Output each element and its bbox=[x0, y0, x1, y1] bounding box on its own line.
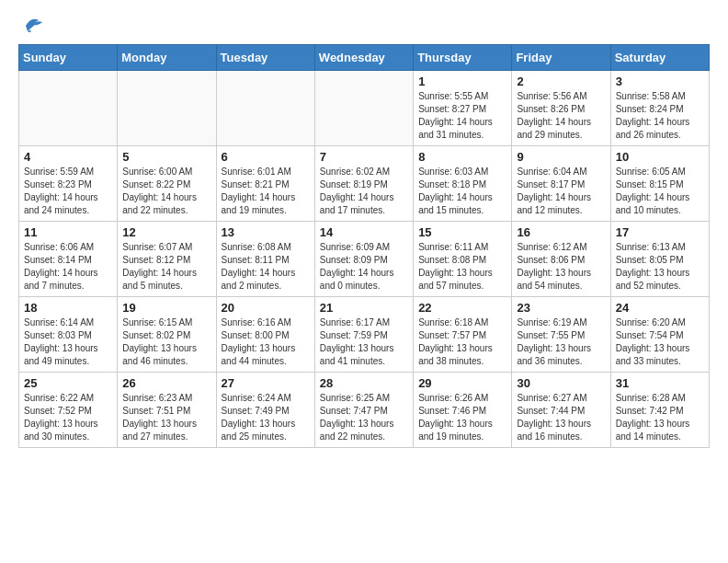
calendar-cell: 20Sunrise: 6:16 AMSunset: 8:00 PMDayligh… bbox=[216, 297, 314, 373]
weekday-header-monday: Monday bbox=[118, 45, 216, 71]
day-info: Sunrise: 6:07 AMSunset: 8:12 PMDaylight:… bbox=[122, 241, 210, 293]
day-info: Sunrise: 6:06 AMSunset: 8:14 PMDaylight:… bbox=[24, 241, 112, 293]
calendar-cell: 13Sunrise: 6:08 AMSunset: 8:11 PMDayligh… bbox=[216, 222, 314, 297]
day-number: 12 bbox=[122, 225, 210, 239]
day-number: 18 bbox=[24, 301, 112, 315]
day-number: 4 bbox=[24, 150, 112, 164]
calendar-cell: 23Sunrise: 6:19 AMSunset: 7:55 PMDayligh… bbox=[512, 297, 610, 373]
day-number: 10 bbox=[616, 150, 704, 164]
calendar-cell: 16Sunrise: 6:12 AMSunset: 8:06 PMDayligh… bbox=[512, 222, 610, 297]
calendar-cell bbox=[118, 71, 216, 146]
day-info: Sunrise: 6:28 AMSunset: 7:42 PMDaylight:… bbox=[616, 392, 704, 443]
calendar-cell: 18Sunrise: 6:14 AMSunset: 8:03 PMDayligh… bbox=[19, 297, 118, 373]
day-number: 11 bbox=[24, 225, 112, 239]
calendar-cell: 17Sunrise: 6:13 AMSunset: 8:05 PMDayligh… bbox=[610, 222, 709, 297]
calendar-cell: 11Sunrise: 6:06 AMSunset: 8:14 PMDayligh… bbox=[19, 222, 118, 297]
day-info: Sunrise: 5:59 AMSunset: 8:23 PMDaylight:… bbox=[24, 166, 112, 217]
calendar-cell: 3Sunrise: 5:58 AMSunset: 8:24 PMDaylight… bbox=[610, 71, 709, 146]
day-number: 27 bbox=[222, 376, 310, 390]
calendar-cell: 21Sunrise: 6:17 AMSunset: 7:59 PMDayligh… bbox=[314, 297, 413, 373]
calendar-cell bbox=[314, 71, 413, 146]
day-info: Sunrise: 6:23 AMSunset: 7:51 PMDaylight:… bbox=[122, 392, 210, 443]
day-number: 26 bbox=[122, 376, 210, 390]
day-info: Sunrise: 6:12 AMSunset: 8:06 PMDaylight:… bbox=[517, 241, 605, 293]
day-number: 16 bbox=[517, 225, 605, 239]
day-info: Sunrise: 6:19 AMSunset: 7:55 PMDaylight:… bbox=[517, 316, 605, 368]
day-info: Sunrise: 6:22 AMSunset: 7:52 PMDaylight:… bbox=[24, 392, 112, 443]
calendar-week-row: 11Sunrise: 6:06 AMSunset: 8:14 PMDayligh… bbox=[19, 222, 710, 297]
day-info: Sunrise: 5:55 AMSunset: 8:27 PMDaylight:… bbox=[418, 90, 506, 142]
day-number: 6 bbox=[222, 150, 310, 164]
day-info: Sunrise: 5:56 AMSunset: 8:26 PMDaylight:… bbox=[517, 90, 605, 142]
calendar-cell: 7Sunrise: 6:02 AMSunset: 8:19 PMDaylight… bbox=[314, 146, 413, 222]
day-info: Sunrise: 6:14 AMSunset: 8:03 PMDaylight:… bbox=[24, 316, 112, 368]
day-info: Sunrise: 6:16 AMSunset: 8:00 PMDaylight:… bbox=[222, 316, 310, 368]
calendar-cell: 22Sunrise: 6:18 AMSunset: 7:57 PMDayligh… bbox=[414, 297, 512, 373]
weekday-header-saturday: Saturday bbox=[610, 45, 709, 71]
day-info: Sunrise: 6:02 AMSunset: 8:19 PMDaylight:… bbox=[320, 166, 408, 217]
calendar-cell: 2Sunrise: 5:56 AMSunset: 8:26 PMDaylight… bbox=[512, 71, 610, 146]
day-info: Sunrise: 6:20 AMSunset: 7:54 PMDaylight:… bbox=[616, 316, 704, 368]
day-number: 25 bbox=[24, 376, 112, 390]
day-number: 8 bbox=[418, 150, 506, 164]
day-info: Sunrise: 5:58 AMSunset: 8:24 PMDaylight:… bbox=[616, 90, 704, 142]
day-info: Sunrise: 6:01 AMSunset: 8:21 PMDaylight:… bbox=[222, 166, 310, 217]
calendar-cell: 6Sunrise: 6:01 AMSunset: 8:21 PMDaylight… bbox=[216, 146, 314, 222]
day-number: 29 bbox=[418, 376, 506, 390]
calendar-cell: 29Sunrise: 6:26 AMSunset: 7:46 PMDayligh… bbox=[414, 373, 512, 448]
calendar-week-row: 25Sunrise: 6:22 AMSunset: 7:52 PMDayligh… bbox=[19, 373, 710, 448]
calendar-cell: 15Sunrise: 6:11 AMSunset: 8:08 PMDayligh… bbox=[414, 222, 512, 297]
day-number: 3 bbox=[616, 75, 704, 88]
weekday-header-wednesday: Wednesday bbox=[314, 45, 413, 71]
calendar-cell: 28Sunrise: 6:25 AMSunset: 7:47 PMDayligh… bbox=[314, 373, 413, 448]
day-number: 5 bbox=[122, 150, 210, 164]
day-number: 15 bbox=[418, 225, 506, 239]
calendar-cell bbox=[216, 71, 314, 146]
day-number: 31 bbox=[616, 376, 704, 390]
day-info: Sunrise: 6:27 AMSunset: 7:44 PMDaylight:… bbox=[517, 392, 605, 443]
day-number: 14 bbox=[320, 225, 408, 239]
weekday-header-friday: Friday bbox=[512, 45, 610, 71]
day-info: Sunrise: 6:13 AMSunset: 8:05 PMDaylight:… bbox=[616, 241, 704, 293]
calendar-cell: 10Sunrise: 6:05 AMSunset: 8:15 PMDayligh… bbox=[610, 146, 709, 222]
day-info: Sunrise: 6:15 AMSunset: 8:02 PMDaylight:… bbox=[122, 316, 210, 368]
calendar-cell: 1Sunrise: 5:55 AMSunset: 8:27 PMDaylight… bbox=[414, 71, 512, 146]
day-number: 24 bbox=[616, 301, 704, 315]
day-info: Sunrise: 6:24 AMSunset: 7:49 PMDaylight:… bbox=[222, 392, 310, 443]
day-number: 30 bbox=[517, 376, 605, 390]
day-number: 19 bbox=[122, 301, 210, 315]
day-number: 2 bbox=[517, 75, 605, 88]
calendar-week-row: 18Sunrise: 6:14 AMSunset: 8:03 PMDayligh… bbox=[19, 297, 710, 373]
day-number: 23 bbox=[517, 301, 605, 315]
day-number: 9 bbox=[517, 150, 605, 164]
calendar-header-row: SundayMondayTuesdayWednesdayThursdayFrid… bbox=[19, 45, 710, 71]
calendar-cell: 25Sunrise: 6:22 AMSunset: 7:52 PMDayligh… bbox=[19, 373, 118, 448]
calendar-cell bbox=[19, 71, 118, 146]
day-number: 28 bbox=[320, 376, 408, 390]
day-info: Sunrise: 6:11 AMSunset: 8:08 PMDaylight:… bbox=[418, 241, 506, 293]
page-header bbox=[18, 15, 710, 37]
calendar-cell: 8Sunrise: 6:03 AMSunset: 8:18 PMDaylight… bbox=[414, 146, 512, 222]
day-info: Sunrise: 6:08 AMSunset: 8:11 PMDaylight:… bbox=[222, 241, 310, 293]
calendar-cell: 27Sunrise: 6:24 AMSunset: 7:49 PMDayligh… bbox=[216, 373, 314, 448]
weekday-header-sunday: Sunday bbox=[19, 45, 118, 71]
day-info: Sunrise: 6:09 AMSunset: 8:09 PMDaylight:… bbox=[320, 241, 408, 293]
calendar-cell: 4Sunrise: 5:59 AMSunset: 8:23 PMDaylight… bbox=[19, 146, 118, 222]
calendar-cell: 26Sunrise: 6:23 AMSunset: 7:51 PMDayligh… bbox=[118, 373, 216, 448]
calendar-cell: 14Sunrise: 6:09 AMSunset: 8:09 PMDayligh… bbox=[314, 222, 413, 297]
day-number: 1 bbox=[418, 75, 506, 88]
calendar-week-row: 4Sunrise: 5:59 AMSunset: 8:23 PMDaylight… bbox=[19, 146, 710, 222]
day-info: Sunrise: 6:03 AMSunset: 8:18 PMDaylight:… bbox=[418, 166, 506, 217]
weekday-header-tuesday: Tuesday bbox=[216, 45, 314, 71]
calendar-table: SundayMondayTuesdayWednesdayThursdayFrid… bbox=[18, 44, 710, 448]
calendar-cell: 31Sunrise: 6:28 AMSunset: 7:42 PMDayligh… bbox=[610, 373, 709, 448]
logo bbox=[18, 15, 50, 37]
logo-icon bbox=[18, 15, 46, 37]
day-info: Sunrise: 6:05 AMSunset: 8:15 PMDaylight:… bbox=[616, 166, 704, 217]
weekday-header-thursday: Thursday bbox=[414, 45, 512, 71]
calendar-cell: 19Sunrise: 6:15 AMSunset: 8:02 PMDayligh… bbox=[118, 297, 216, 373]
day-info: Sunrise: 6:18 AMSunset: 7:57 PMDaylight:… bbox=[418, 316, 506, 368]
calendar-cell: 5Sunrise: 6:00 AMSunset: 8:22 PMDaylight… bbox=[118, 146, 216, 222]
day-number: 21 bbox=[320, 301, 408, 315]
calendar-cell: 12Sunrise: 6:07 AMSunset: 8:12 PMDayligh… bbox=[118, 222, 216, 297]
